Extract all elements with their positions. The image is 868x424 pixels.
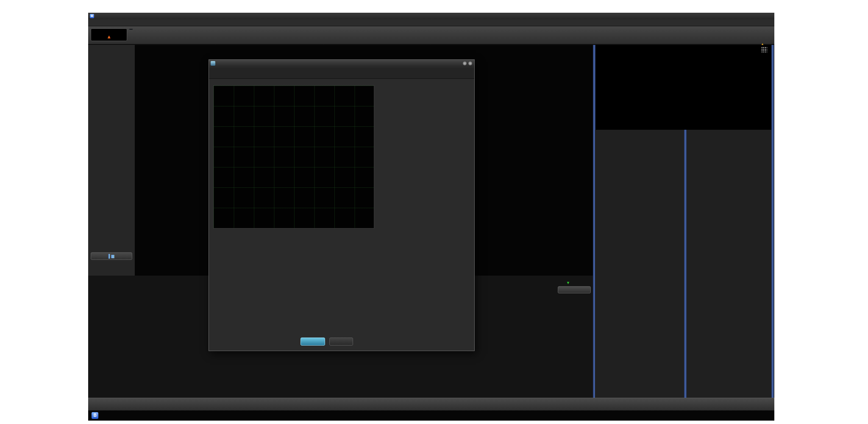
cancel-button[interactable] — [329, 338, 353, 346]
beat-flame-icon: ▲ — [108, 34, 111, 39]
abstraction-waveform — [214, 86, 374, 228]
category-sidebar: ▌▆ — [88, 45, 135, 276]
taskbar-strip: B — [88, 410, 774, 421]
scroll-marker-icon: ▼ — [566, 281, 570, 285]
grid-dots-icon[interactable] — [761, 47, 767, 53]
dialog-toolbar — [209, 67, 474, 79]
menu-bar — [88, 20, 774, 26]
dialog-title-bar[interactable] — [209, 60, 474, 67]
panel-divider — [771, 45, 774, 398]
dialog-icon — [211, 61, 215, 66]
monitor-chart-icon: ▌▆ — [108, 254, 114, 258]
app-icon: B — [90, 14, 94, 18]
live-control-panel — [687, 130, 771, 398]
laser-preview-panel — [595, 45, 771, 130]
ok-button[interactable] — [300, 338, 325, 346]
time-control-panel — [595, 130, 684, 398]
beyond-app-window: B ▲ ▌▆ ▼ — [88, 13, 774, 410]
monitor-button[interactable]: ▌▆ — [91, 252, 132, 260]
virtual-lj-icon — [129, 28, 133, 30]
abstraction-editor-dialog — [209, 59, 475, 351]
property-panel — [378, 80, 471, 346]
taskbar-app-icon[interactable]: B — [92, 412, 98, 419]
status-bar — [88, 398, 774, 410]
preview-waveform — [595, 45, 772, 130]
main-toolbar: ▲ — [88, 26, 774, 45]
title-bar: B — [88, 13, 774, 20]
virtual-lj-button[interactable] — [129, 28, 133, 30]
dialog-close-icon[interactable] — [468, 61, 472, 65]
dialog-pin-icon[interactable] — [463, 61, 467, 65]
screenshot-stage: B ▲ ▌▆ ▼ — [0, 0, 868, 424]
bpm-display[interactable]: ▲ — [91, 28, 127, 41]
undock-button[interactable] — [558, 286, 591, 293]
abstraction-preview-canvas[interactable] — [213, 85, 374, 229]
